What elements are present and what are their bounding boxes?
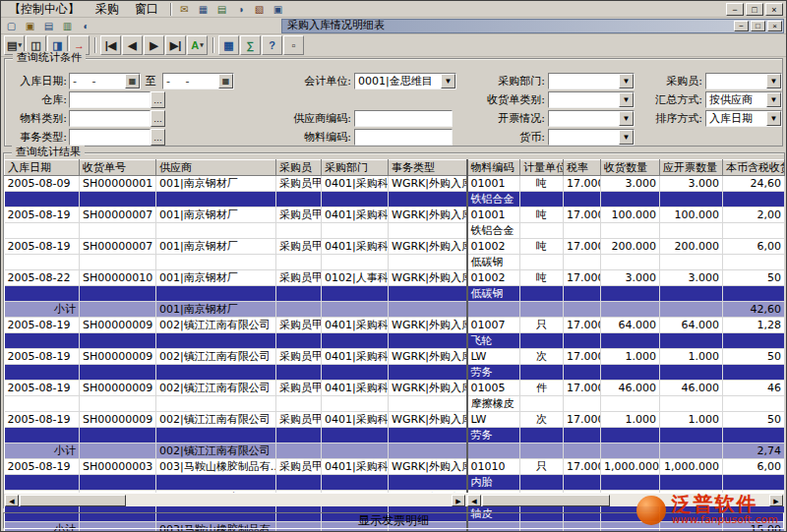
menu-purchase[interactable]: 采购 <box>88 1 127 18</box>
column-header-invqty[interactable]: 应开票数量 <box>660 160 723 176</box>
scroll-right-icon[interactable]: ▶ <box>452 495 465 506</box>
scroll-thumb[interactable] <box>20 495 126 506</box>
item-name-row[interactable]: 低碳钢 <box>5 286 785 302</box>
invoice-status-select[interactable]: ▼ <box>548 110 635 127</box>
column-header-code[interactable]: 物料编码 <box>467 160 520 176</box>
buyer-select[interactable]: ▼ <box>705 73 782 89</box>
material-code-input[interactable] <box>354 129 453 146</box>
close-button[interactable]: × <box>765 3 783 16</box>
scroll-thumb[interactable] <box>482 495 610 506</box>
font-button[interactable]: A▾ <box>187 35 208 55</box>
dropdown-arrow-icon[interactable]: ▼ <box>619 74 634 89</box>
in-date-field[interactable]: - - ▦ <box>69 73 141 89</box>
blank-button[interactable]: ▫ <box>283 35 304 55</box>
notes-icon[interactable]: ▤ <box>213 2 230 17</box>
sort-mode-select[interactable]: 入库日期 ▼ <box>705 110 782 127</box>
item-row[interactable]: 2005-08-19SH00000007001|南京钢材厂采购员甲0401|采购… <box>5 207 785 223</box>
dropdown-arrow-icon[interactable]: ▼ <box>766 92 781 107</box>
cell-trans <box>389 365 467 381</box>
item-row[interactable]: 2005-08-09SH00000001001|南京钢材厂采购员甲0401|采购… <box>5 176 785 192</box>
item-row[interactable]: 2005-08-19SH00000009002|镇江江南有限公司采购员甲0401… <box>5 412 785 428</box>
item-name-row[interactable]: 内胎 <box>5 475 785 491</box>
last-record-button[interactable]: ▶| <box>165 35 186 55</box>
restore-button[interactable]: □ <box>746 3 763 16</box>
hscrollbar-left-pane[interactable]: ◀ ▶ <box>4 493 466 506</box>
menu-window[interactable]: 窗口 <box>127 1 166 18</box>
save-report-icon[interactable]: ▤ <box>40 19 57 33</box>
item-name-row[interactable]: 飞轮 <box>5 333 785 349</box>
item-name-row[interactable]: 摩擦橡皮 <box>5 396 785 412</box>
scroll-left-icon[interactable]: ◀ <box>467 495 481 506</box>
subtotal-row[interactable]: 小计001|南京钢材厂42,60 <box>5 302 785 318</box>
summary-mode-select[interactable]: 按供应商 ▼ <box>705 91 782 108</box>
item-row[interactable]: 2005-08-19SH00000009002|镇江江南有限公司采购员甲0401… <box>5 349 785 365</box>
item-name-row[interactable]: 铁铝合金 <box>5 223 785 239</box>
refresh-report-icon[interactable]: ◐ <box>78 19 94 33</box>
grid-button[interactable]: ▦ <box>218 35 239 55</box>
item-row[interactable]: 2005-08-19SH00000009002|镇江江南有限公司采购员甲0401… <box>5 318 785 333</box>
column-header-qty[interactable]: 收货数量 <box>601 160 660 176</box>
clock-icon[interactable]: ◑ <box>232 2 249 17</box>
dropdown-arrow-icon[interactable]: ▼ <box>766 74 781 89</box>
currency-select[interactable]: ▼ <box>548 129 635 146</box>
warehouse-input[interactable] <box>69 91 151 108</box>
column-header-receipt[interactable]: 收货单号 <box>80 160 156 176</box>
mail-icon[interactable]: ✉ <box>176 2 193 17</box>
new-report-icon[interactable]: ▢ <box>3 19 20 33</box>
child-minimize-button[interactable]: − <box>734 21 749 31</box>
prev-record-button[interactable]: ◀ <box>122 35 143 55</box>
dropdown-arrow-icon[interactable]: ▼ <box>441 74 455 89</box>
cell-qty <box>601 223 660 239</box>
open-report-icon[interactable]: ▣ <box>22 19 38 33</box>
calendar-icon[interactable]: ▦ <box>218 74 233 89</box>
in-date-end-field[interactable]: - - ▦ <box>162 73 234 89</box>
warehouse-browse-button[interactable]: … <box>151 91 165 108</box>
item-row[interactable]: 2005-08-22SH00000010001|南京钢材厂采购员甲0102|人事… <box>5 270 785 286</box>
cell-dept <box>322 223 389 239</box>
sum-button[interactable]: ∑ <box>240 35 261 55</box>
cell-tax: 17.000 <box>564 459 601 475</box>
child-close-button[interactable]: × <box>767 21 782 31</box>
menu-control-center[interactable]: 【控制中心】 <box>1 1 88 18</box>
item-row[interactable]: 2005-08-19SH00000009002|镇江江南有限公司采购员甲0401… <box>5 381 785 396</box>
supplier-code-input[interactable] <box>354 110 453 127</box>
minimize-button[interactable]: − <box>726 3 744 16</box>
receipt-type-select[interactable]: ▼ <box>548 91 635 108</box>
column-header-supplier[interactable]: 供应商 <box>156 160 276 176</box>
column-header-buyer[interactable]: 采购员 <box>276 160 322 176</box>
purch-dept-select[interactable]: ▼ <box>548 73 635 89</box>
copy-report-icon[interactable]: ▥ <box>59 19 76 33</box>
material-type-browse-button[interactable]: … <box>151 110 165 127</box>
scroll-left-icon[interactable]: ◀ <box>5 495 19 506</box>
dropdown-arrow-icon[interactable]: ▼ <box>766 111 781 126</box>
material-type-input[interactable] <box>69 110 151 127</box>
item-name-row[interactable]: 劳务 <box>5 365 785 381</box>
column-header-unit[interactable]: 计量单位 <box>520 160 564 176</box>
calendar-icon[interactable]: ▦ <box>125 74 140 89</box>
acct-unit-select[interactable]: 0001|金思维目 ▼ <box>354 73 456 89</box>
column-header-amount[interactable]: 本币含税收货金 <box>723 160 785 176</box>
item-row[interactable]: 2005-08-19SH00000003003|马鞍山橡胶制品有...采购员甲0… <box>5 459 785 475</box>
help-button[interactable]: ? <box>262 35 282 55</box>
item-name-row[interactable]: 低碳钢 <box>5 255 785 270</box>
trans-type-browse-button[interactable]: … <box>151 129 165 146</box>
subtotal-row[interactable]: 小计002|镇江江南有限公司2,74 <box>5 443 785 459</box>
item-name-row[interactable]: 铁铝合金 <box>5 192 785 207</box>
column-header-date[interactable]: 入库日期 <box>5 160 80 176</box>
item-name-row[interactable]: 劳务 <box>5 428 785 443</box>
column-header-tax[interactable]: 税率 <box>564 160 601 176</box>
dropdown-arrow-icon[interactable]: ▼ <box>619 130 634 145</box>
column-header-trans[interactable]: 事务类型 <box>389 160 467 176</box>
first-record-button[interactable]: |◀ <box>100 35 121 55</box>
child-restore-button[interactable]: □ <box>751 21 765 31</box>
trans-type-input[interactable] <box>69 129 151 146</box>
dropdown-arrow-icon[interactable]: ▼ <box>619 92 634 107</box>
item-row[interactable]: 2005-08-19SH00000007001|南京钢材厂采购员甲0401|采购… <box>5 239 785 255</box>
window-icon[interactable]: ▣ <box>270 2 286 17</box>
calc-icon[interactable]: ▦ <box>195 2 212 17</box>
next-record-button[interactable]: ▶ <box>144 35 164 55</box>
column-header-dept[interactable]: 采购部门 <box>322 160 389 176</box>
chart-icon[interactable]: ▧ <box>251 2 268 17</box>
dropdown-arrow-icon[interactable]: ▼ <box>619 111 634 126</box>
cell-date: 2005-08-19 <box>5 318 80 333</box>
